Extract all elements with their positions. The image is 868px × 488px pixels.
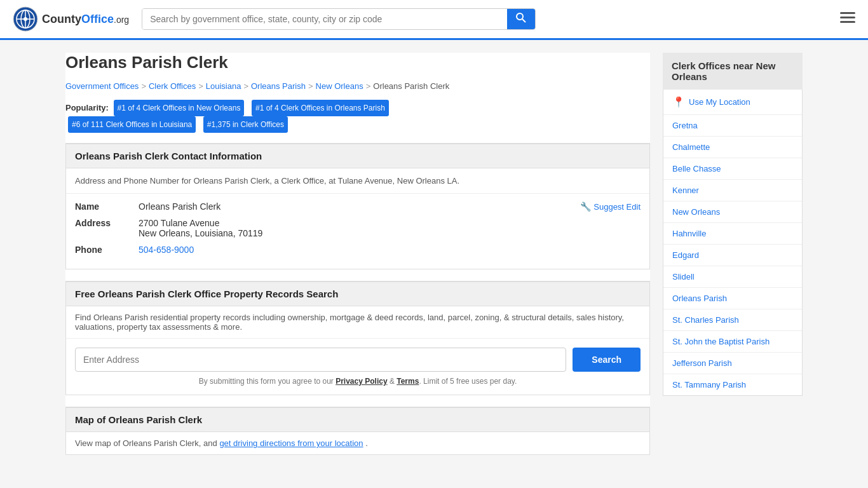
contact-address-row: Address 2700 Tulane Avenue New Orleans, …: [75, 218, 641, 238]
map-section: Map of Orleans Parish Clerk View map of …: [65, 407, 650, 455]
breadcrumb-sep-1: >: [141, 81, 146, 91]
map-description: View map of Orleans Parish Clerk, and ge…: [66, 432, 649, 454]
popularity-badge-2: #1 of 4 Clerk Offices in Orleans Parish: [252, 100, 389, 116]
sidebar-item-st-charles-parish[interactable]: St. Charles Parish: [663, 309, 802, 331]
search-button[interactable]: Search: [573, 348, 641, 372]
location-pin-icon: 📍: [672, 96, 685, 108]
header-search-button[interactable]: [507, 9, 535, 29]
breadcrumb-current: Orleans Parish Clerk: [373, 81, 449, 91]
sidebar-link-gretna[interactable]: Gretna: [672, 121, 698, 130]
svg-rect-9: [840, 17, 855, 18]
sidebar-link-st-tammany-parish[interactable]: St. Tammany Parish: [672, 380, 746, 390]
svg-point-5: [24, 17, 27, 21]
suggest-edit-button[interactable]: 🔧 Suggest Edit: [580, 201, 641, 212]
svg-rect-10: [840, 21, 855, 23]
property-form: Search By submitting this form you agree…: [66, 339, 649, 395]
sidebar-item-kenner[interactable]: Kenner: [663, 180, 802, 201]
svg-line-7: [522, 19, 526, 22]
content-area: Orleans Parish Clerk Government Offices …: [65, 53, 650, 455]
sidebar-link-orleans-parish[interactable]: Orleans Parish: [672, 294, 727, 303]
sidebar-content: 📍 Use My Location Gretna Chalmette Belle…: [663, 90, 803, 396]
sidebar-item-hahnville[interactable]: Hahnville: [663, 223, 802, 245]
contact-description: Address and Phone Number for Orleans Par…: [66, 168, 649, 194]
contact-name-label: Name: [75, 201, 139, 212]
site-logo[interactable]: CountyOffice.org: [13, 6, 129, 32]
svg-point-6: [517, 13, 523, 20]
sidebar-header: Clerk Offices near New Orleans: [663, 53, 803, 90]
property-records-section: Free Orleans Parish Clerk Office Propert…: [65, 281, 650, 395]
breadcrumb-clerk-offices[interactable]: Clerk Offices: [149, 81, 196, 91]
breadcrumb-sep-4: >: [308, 81, 313, 91]
popularity-badge-1: #1 of 4 Clerk Offices in New Orleans: [114, 100, 245, 116]
use-my-location[interactable]: 📍 Use My Location: [663, 90, 802, 115]
privacy-policy-link[interactable]: Privacy Policy: [336, 377, 387, 386]
contact-section: Orleans Parish Clerk Contact Information…: [65, 143, 650, 269]
contact-table: Name Orleans Parish Clerk 🔧 Suggest Edit…: [66, 194, 649, 269]
popularity-label: Popularity:: [65, 103, 109, 112]
sidebar-link-hahnville[interactable]: Hahnville: [672, 229, 706, 238]
driving-directions-link[interactable]: get driving directions from your locatio…: [219, 438, 363, 448]
contact-phone-row: Phone 504-658-9000: [75, 245, 641, 255]
sidebar-link-slidell[interactable]: Slidell: [672, 272, 695, 281]
popularity-badge-3: #6 of 111 Clerk Offices in Louisiana: [68, 116, 196, 133]
menu-icon[interactable]: [840, 11, 855, 27]
sidebar-item-belle-chasse[interactable]: Belle Chasse: [663, 158, 802, 180]
header-search-input[interactable]: [142, 9, 507, 29]
page-title: Orleans Parish Clerk: [65, 53, 650, 72]
property-search-row: Search: [75, 348, 641, 372]
contact-address-value: 2700 Tulane Avenue New Orleans, Louisian…: [139, 218, 641, 238]
logo-icon: [13, 6, 38, 32]
breadcrumb-new-orleans[interactable]: New Orleans: [316, 81, 363, 91]
popularity-section: Popularity: #1 of 4 Clerk Offices in New…: [65, 100, 650, 133]
sidebar-item-slidell[interactable]: Slidell: [663, 266, 802, 288]
sidebar-item-gretna[interactable]: Gretna: [663, 115, 802, 137]
form-disclaimer: By submitting this form you agree to our…: [75, 377, 641, 386]
search-icon: [516, 13, 526, 23]
breadcrumb-sep-2: >: [198, 81, 203, 91]
contact-phone-label: Phone: [75, 245, 139, 255]
sidebar-item-chalmette[interactable]: Chalmette: [663, 137, 802, 158]
sidebar-link-kenner[interactable]: Kenner: [672, 186, 699, 195]
main-container: Orleans Parish Clerk Government Offices …: [53, 40, 815, 480]
breadcrumb-sep-3: >: [243, 81, 248, 91]
terms-link[interactable]: Terms: [397, 377, 419, 386]
property-section-header: Free Orleans Parish Clerk Office Propert…: [66, 281, 649, 306]
sidebar: Clerk Offices near New Orleans 📍 Use My …: [663, 53, 803, 455]
sidebar-link-jefferson-parish[interactable]: Jefferson Parish: [672, 358, 732, 368]
contact-name-row: Name Orleans Parish Clerk 🔧 Suggest Edit: [75, 201, 641, 212]
popularity-badge-4: #1,375 in Clerk Offices: [203, 116, 288, 133]
header-search-bar: [142, 8, 536, 30]
sidebar-link-chalmette[interactable]: Chalmette: [672, 142, 710, 152]
sidebar-link-belle-chasse[interactable]: Belle Chasse: [672, 164, 721, 173]
map-section-header: Map of Orleans Parish Clerk: [66, 407, 649, 432]
sidebar-item-new-orleans[interactable]: New Orleans: [663, 201, 802, 223]
address-input[interactable]: [75, 348, 566, 372]
breadcrumb-louisiana[interactable]: Louisiana: [206, 81, 241, 91]
breadcrumb: Government Offices > Clerk Offices > Lou…: [65, 81, 650, 91]
sidebar-item-jefferson-parish[interactable]: Jefferson Parish: [663, 353, 802, 374]
use-my-location-link[interactable]: Use My Location: [689, 97, 750, 107]
phone-link[interactable]: 504-658-9000: [139, 245, 194, 255]
logo-text: CountyOffice.org: [42, 13, 129, 26]
site-header: CountyOffice.org: [0, 0, 868, 40]
contact-section-header: Orleans Parish Clerk Contact Information: [66, 144, 649, 168]
sidebar-item-st-tammany-parish[interactable]: St. Tammany Parish: [663, 374, 802, 395]
breadcrumb-sep-5: >: [366, 81, 371, 91]
sidebar-item-orleans-parish[interactable]: Orleans Parish: [663, 288, 802, 309]
svg-rect-8: [840, 12, 855, 14]
breadcrumb-government-offices[interactable]: Government Offices: [65, 81, 139, 91]
contact-name-value: Orleans Parish Clerk: [139, 201, 580, 212]
contact-phone-value: 504-658-9000: [139, 245, 641, 255]
contact-address-label: Address: [75, 218, 139, 228]
sidebar-link-new-orleans[interactable]: New Orleans: [672, 207, 720, 217]
property-description: Find Orleans Parish residential property…: [66, 306, 649, 339]
breadcrumb-orleans-parish[interactable]: Orleans Parish: [251, 81, 306, 91]
sidebar-link-st-charles-parish[interactable]: St. Charles Parish: [672, 315, 739, 325]
wrench-icon: 🔧: [580, 201, 591, 212]
sidebar-item-edgard[interactable]: Edgard: [663, 245, 802, 266]
sidebar-link-edgard[interactable]: Edgard: [672, 250, 699, 260]
sidebar-link-st-john-baptist[interactable]: St. John the Baptist Parish: [672, 337, 770, 346]
sidebar-item-st-john-baptist[interactable]: St. John the Baptist Parish: [663, 331, 802, 353]
